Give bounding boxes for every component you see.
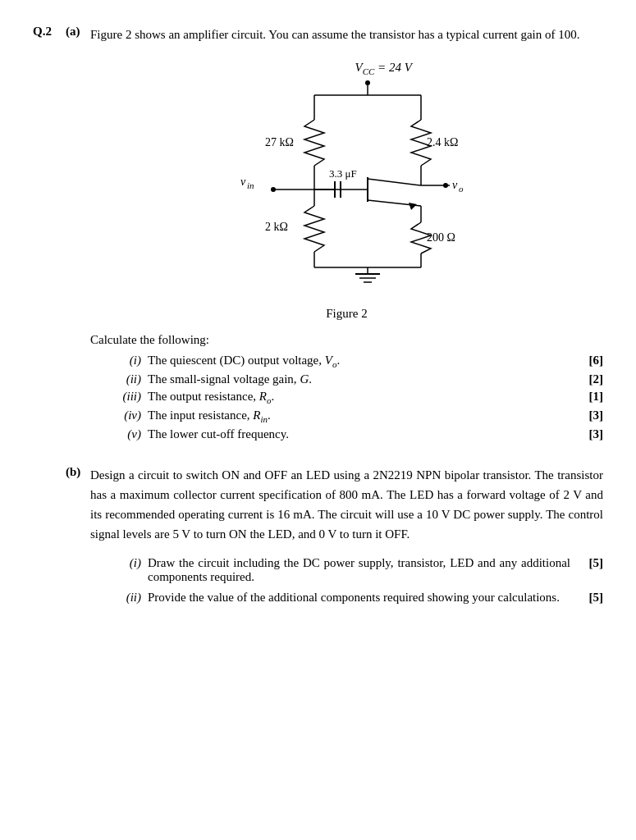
svg-text:o: o	[459, 184, 464, 194]
svg-point-1	[365, 80, 370, 85]
svg-text:v: v	[452, 179, 458, 191]
subq-iv-text: The input resistance, Rin.	[148, 409, 570, 424]
subq-ii-label: (ii)	[107, 372, 148, 386]
subq-iii-marks: [1]	[570, 390, 603, 404]
subq-i-marks: [6]	[570, 354, 603, 368]
subq-i-text: The quiescent (DC) output voltage, Vo.	[148, 354, 570, 369]
subq-v-label: (v)	[107, 427, 148, 441]
subq-i: (i) The quiescent (DC) output voltage, V…	[107, 354, 603, 369]
subq-ii-text: The small-signal voltage gain, G.	[148, 372, 570, 386]
svg-point-27	[271, 187, 276, 192]
subq-v-marks: [3]	[570, 427, 603, 441]
subq-b-i-label: (i)	[107, 556, 148, 570]
subq-v-text: The lower cut-off frequency.	[148, 427, 570, 441]
part-a-label: (a)	[66, 25, 90, 445]
svg-text:in: in	[247, 180, 254, 190]
subq-iii-label: (iii)	[107, 390, 148, 404]
vcc-label: VCC = 24 V	[355, 61, 412, 76]
part-a-subquestions: (i) The quiescent (DC) output voltage, V…	[107, 354, 603, 441]
subq-b-ii-label: (ii)	[107, 591, 148, 605]
subq-b-ii-text: Provide the value of the additional comp…	[148, 591, 570, 605]
subq-iii-text: The output resistance, Ro.	[148, 390, 570, 405]
svg-text:200 Ω: 200 Ω	[427, 231, 455, 244]
svg-text:v: v	[240, 176, 246, 188]
subq-iii: (iii) The output resistance, Ro. [1]	[107, 390, 603, 405]
subq-b-ii-marks: [5]	[570, 591, 603, 605]
svg-marker-22	[409, 203, 417, 210]
svg-text:2.4 kΩ: 2.4 kΩ	[427, 136, 458, 148]
subq-iv: (iv) The input resistance, Rin. [3]	[107, 409, 603, 424]
subq-iv-label: (iv)	[107, 409, 148, 422]
subq-ii: (ii) The small-signal voltage gain, G. […	[107, 372, 603, 386]
part-b-label: (b)	[66, 465, 90, 608]
subq-ii-marks: [2]	[570, 372, 603, 386]
subq-b-ii: (ii) Provide the value of the additional…	[107, 591, 603, 605]
part-b-subquestions: (i) Draw the circuit including the DC po…	[107, 556, 603, 605]
figure-label: Figure 2	[90, 307, 603, 321]
svg-text:3.3 μF: 3.3 μF	[329, 167, 357, 180]
svg-text:27 kΩ: 27 kΩ	[265, 136, 294, 148]
svg-text:2 kΩ: 2 kΩ	[265, 221, 288, 233]
part-b-intro: Design a circuit to switch ON and OFF an…	[90, 465, 603, 544]
subq-b-i: (i) Draw the circuit including the DC po…	[107, 556, 603, 584]
subq-iv-marks: [3]	[570, 409, 603, 422]
calculate-text: Calculate the following:	[90, 333, 603, 347]
subq-b-i-text: Draw the circuit including the DC power …	[148, 556, 570, 584]
subq-b-i-marks: [5]	[570, 556, 603, 570]
part-a-intro: Figure 2 shows an amplifier circuit. You…	[90, 25, 603, 44]
svg-line-20	[368, 179, 421, 185]
question-number: Q.2	[33, 25, 66, 608]
subq-v: (v) The lower cut-off frequency. [3]	[107, 427, 603, 441]
circuit-diagram: 27 kΩ 2 kΩ 2.4 kΩ 200 Ω 3.3 μF v in	[208, 79, 487, 308]
subq-i-label: (i)	[107, 354, 148, 368]
